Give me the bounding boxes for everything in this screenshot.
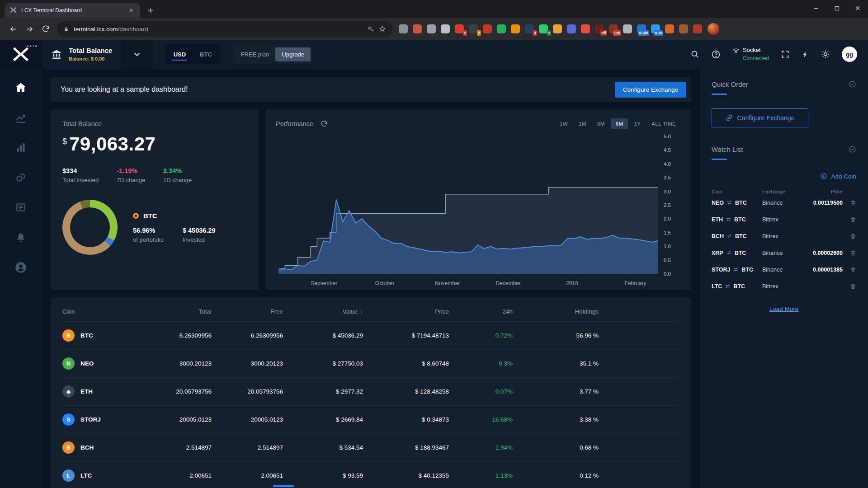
range-1m[interactable]: 1M xyxy=(574,118,591,129)
extension-icon[interactable] xyxy=(553,24,562,33)
column-header-total[interactable]: Total xyxy=(139,308,212,315)
column-header-24h[interactable]: 24h xyxy=(449,308,513,315)
watch-list-row[interactable]: XRP BTC Binance 0.00002600 xyxy=(712,244,856,261)
extension-icon[interactable]: 126 xyxy=(609,24,618,33)
sidebar-item-news[interactable] xyxy=(15,202,27,213)
column-header-value[interactable]: Value↓ xyxy=(283,308,363,315)
reload-button[interactable] xyxy=(38,21,53,37)
holdings-row[interactable]: Ł LTC 2.00651 2.00651 $ 93.59 $ 40.12355… xyxy=(62,461,679,488)
key-icon[interactable] xyxy=(368,26,374,33)
lcx-logo[interactable]: BETA xyxy=(0,40,42,69)
holdings-row[interactable]: B BTC 6.26309956 6.26309956 $ 45036.29 $… xyxy=(62,321,679,349)
currency-tab-usd[interactable]: USD xyxy=(166,45,193,64)
pair-quote: BTC xyxy=(735,250,746,256)
browser-profile-avatar[interactable] xyxy=(708,23,719,35)
currency-tab-btc[interactable]: BTC xyxy=(193,45,219,64)
column-header-holdings[interactable]: Holdings xyxy=(513,308,599,315)
holdings-row[interactable]: ◆ ETH 20.05793756 20.05793756 $ 2977.32 … xyxy=(62,377,679,405)
minimize-button[interactable] xyxy=(806,0,826,16)
delete-icon[interactable] xyxy=(850,200,856,206)
delete-icon[interactable] xyxy=(850,250,856,256)
extension-icon[interactable] xyxy=(693,24,702,33)
extension-icon[interactable]: 0.19 xyxy=(651,24,660,33)
collapse-watch-list-icon[interactable] xyxy=(849,145,856,153)
holdings-row[interactable]: N NEO 3000.20123 3000.20123 $ 27750.03 $… xyxy=(62,349,679,377)
extension-icon[interactable]: 0.188 xyxy=(637,24,646,33)
delete-icon[interactable] xyxy=(850,267,856,273)
search-icon[interactable] xyxy=(690,50,699,59)
lightning-icon[interactable] xyxy=(802,51,809,58)
extension-icon[interactable] xyxy=(511,24,520,33)
exchange-name: Bittrex xyxy=(762,216,807,223)
extension-icon[interactable] xyxy=(665,24,674,33)
sidebar-item-bar-chart[interactable] xyxy=(15,142,27,154)
back-button[interactable] xyxy=(5,21,21,37)
holdings-row[interactable]: S STORJ 20005.0123 20005.0123 $ 2669.84 … xyxy=(62,405,679,433)
extension-icon[interactable] xyxy=(483,24,492,33)
app-header: BETA Total Balance Balance: $ 0.00 USDBT… xyxy=(0,40,868,69)
extension-icon[interactable] xyxy=(399,24,408,33)
help-icon[interactable] xyxy=(711,50,721,59)
address-bar[interactable]: terminal.lcx.com/dashboard xyxy=(57,21,392,37)
delete-icon[interactable] xyxy=(850,216,856,223)
user-avatar[interactable]: gg xyxy=(842,47,857,62)
sidebar-item-wallet[interactable] xyxy=(15,172,27,183)
range-1w[interactable]: 1W xyxy=(555,118,573,129)
pair-quote: BTC xyxy=(733,283,745,290)
extension-icon[interactable] xyxy=(497,24,506,33)
watch-list-row[interactable]: BCH BTC Bittrex xyxy=(712,228,856,244)
delete-icon[interactable] xyxy=(850,233,856,239)
extension-icon[interactable] xyxy=(679,24,688,33)
range-6m[interactable]: 6M xyxy=(611,118,628,129)
range-3m[interactable]: 3M xyxy=(592,118,610,129)
watch-list-row[interactable]: LTC BTC Bittrex xyxy=(712,278,856,295)
extension-icon[interactable] xyxy=(413,24,422,33)
extension-icon[interactable]: 2 xyxy=(469,24,478,33)
extension-icon[interactable] xyxy=(581,24,590,33)
extension-icon[interactable]: off xyxy=(595,24,604,33)
extension-icon[interactable]: 2 xyxy=(539,24,548,33)
configure-exchange-outline-button[interactable]: Configure Exchange xyxy=(712,108,808,127)
sidebar-item-markets[interactable] xyxy=(15,112,27,124)
sidebar-item-home[interactable] xyxy=(14,81,27,94)
column-header-free[interactable]: Free xyxy=(212,308,283,315)
range-1y[interactable]: 1Y xyxy=(629,118,646,129)
balance-dropdown-button[interactable] xyxy=(121,40,153,69)
bookmark-star-icon[interactable] xyxy=(379,25,386,33)
theme-sun-icon[interactable] xyxy=(821,50,830,59)
extension-icon[interactable] xyxy=(441,24,450,33)
fullscreen-icon[interactable] xyxy=(781,50,790,59)
horizontal-scrollbar[interactable] xyxy=(273,485,294,487)
column-header-price[interactable]: Price xyxy=(363,308,449,315)
watch-list-row[interactable]: NEO BTC Binance 0.00119500 xyxy=(712,194,856,211)
url-text[interactable]: terminal.lcx.com/dashboard xyxy=(74,26,363,33)
sidebar-item-bell[interactable] xyxy=(15,231,27,243)
tab-close-icon[interactable] xyxy=(127,7,135,14)
close-button[interactable] xyxy=(847,0,868,16)
extension-icon[interactable]: 2 xyxy=(455,24,464,33)
sidebar-item-user[interactable] xyxy=(14,261,27,274)
add-coin-button[interactable]: Add Coin xyxy=(712,173,856,180)
collapse-quick-order-icon[interactable] xyxy=(849,80,856,88)
watch-list-row[interactable]: STORJ BTC Binance 0.00001385 xyxy=(712,261,856,278)
holdings-row[interactable]: B BCH 2.514897 2.514897 $ 534.54 $ 188.9… xyxy=(62,433,679,461)
delete-icon[interactable] xyxy=(850,283,856,290)
extension-icon[interactable] xyxy=(567,24,576,33)
load-more-link[interactable]: Load More xyxy=(712,305,856,312)
upgrade-button[interactable]: Upgrade xyxy=(275,47,311,61)
new-tab-button[interactable] xyxy=(145,4,156,16)
lock-icon[interactable] xyxy=(63,26,69,32)
watch-list-row[interactable]: ETH BTC Bittrex xyxy=(712,211,856,228)
refresh-icon[interactable] xyxy=(321,120,328,127)
extension-icon[interactable] xyxy=(427,24,436,33)
range-all-time[interactable]: ALL TIME xyxy=(646,118,681,129)
extension-icon[interactable] xyxy=(623,24,632,33)
y-axis-tick: 1.5 xyxy=(664,230,671,235)
maximize-button[interactable] xyxy=(826,0,847,16)
configure-exchange-button[interactable]: Configure Exchange xyxy=(615,82,686,98)
column-header-coin[interactable]: Coin xyxy=(62,308,139,315)
browser-tab[interactable]: LCX Terminal Dashboard xyxy=(5,3,140,18)
holdings-cell: 35.1 % xyxy=(513,360,599,367)
forward-button[interactable] xyxy=(22,21,37,37)
extension-icon[interactable]: 3 xyxy=(525,24,534,33)
